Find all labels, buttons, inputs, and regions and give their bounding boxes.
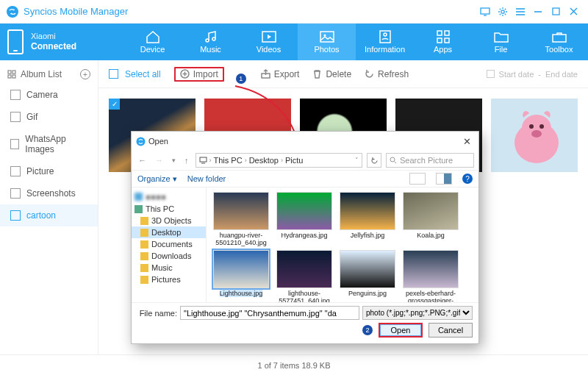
file-item[interactable]: pexels-eberhard-grossgasteiger-572897.jp… (401, 250, 461, 302)
folder-icon (10, 166, 21, 176)
chevron-down-icon[interactable]: ▾ (170, 157, 178, 164)
status-bar: 1 of 7 items 18.9 KB (0, 354, 588, 375)
svg-point-12 (212, 38, 215, 40)
export-button[interactable]: Export (261, 69, 300, 79)
maximize-button[interactable] (547, 3, 564, 21)
breadcrumb[interactable]: ›This PC ›Desktop ›Pictu ˅ (196, 153, 363, 168)
album-whatsapp[interactable]: WhatsApp Images (0, 128, 98, 160)
folder-icon (10, 210, 21, 221)
svg-point-0 (7, 6, 18, 18)
album-gif[interactable]: Gif (0, 106, 98, 128)
tree-item[interactable]: ∎∎∎∎ (132, 190, 206, 203)
file-name: Koala.jpg (417, 232, 445, 239)
view-mode-button[interactable] (409, 173, 426, 185)
app-logo-icon (6, 5, 19, 18)
svg-point-37 (137, 137, 146, 146)
album-label: cartoon (26, 210, 56, 221)
chevron-down-icon[interactable]: ˅ (355, 157, 359, 164)
tree-item[interactable]: Downloads (132, 250, 206, 262)
album-cartoon[interactable]: cartoon (0, 204, 98, 226)
tree-item[interactable]: 3D Objects (132, 215, 206, 226)
svg-rect-26 (12, 75, 15, 78)
svg-rect-24 (12, 71, 15, 74)
import-button[interactable]: Import (174, 67, 224, 82)
preview-pane-button[interactable] (436, 173, 452, 185)
checkbox-icon (109, 69, 118, 79)
svg-rect-8 (553, 8, 559, 15)
nav-information[interactable]: Information (356, 24, 414, 60)
up-button[interactable]: ↑ (182, 156, 191, 165)
file-item[interactable]: huangpu-river-5501210_640.jpg (211, 192, 271, 247)
tree-item[interactable]: This PC (132, 203, 206, 215)
file-item[interactable]: Hydrangeas.jpg (274, 192, 334, 247)
screen-icon[interactable] (476, 3, 494, 21)
nav-label: Apps (434, 45, 452, 54)
file-item[interactable]: Penguins.jpg (337, 250, 398, 302)
file-name: Jellyfish.jpg (351, 232, 385, 239)
search-icon (390, 157, 397, 164)
cancel-button[interactable]: Cancel (429, 323, 473, 338)
dialog-close-button[interactable]: ✕ (459, 136, 474, 147)
select-all-button[interactable]: Select all (109, 69, 161, 79)
file-item[interactable]: Jellyfish.jpg (337, 192, 398, 247)
album-picture[interactable]: Picture (0, 160, 98, 182)
album-camera[interactable]: Camera (0, 84, 98, 106)
nav-photos[interactable]: Photos (298, 24, 356, 60)
main-nav: Device Music Videos Photos Information A… (123, 24, 588, 60)
album-screenshots[interactable]: Screenshots (0, 182, 98, 204)
svg-point-36 (531, 130, 542, 138)
search-input[interactable]: Search Picture (386, 153, 474, 168)
folder-icon (140, 240, 148, 249)
organize-menu[interactable]: Organize ▾ (137, 174, 177, 184)
filetype-select[interactable]: photo (*.jpg;*.png;*.PNG;*.gif; (362, 306, 473, 320)
minimize-button[interactable] (529, 3, 547, 21)
file-item[interactable]: lighthouse-5577451_640.jpg (274, 250, 334, 302)
folder-icon (140, 252, 148, 260)
photo-thumb[interactable] (491, 99, 578, 172)
nav-device[interactable]: Device (123, 24, 182, 60)
nav-file[interactable]: File (472, 24, 530, 60)
svg-rect-38 (200, 157, 207, 162)
folder-tree: ∎∎∎∎This PC3D ObjectsDesktopDocumentsDow… (132, 188, 207, 302)
sync-icon (6, 5, 19, 18)
svg-rect-1 (481, 8, 490, 14)
refresh-icon (365, 69, 374, 79)
device-panel[interactable]: Xiaomi Connected (0, 24, 123, 60)
gear-icon[interactable] (494, 3, 512, 21)
dialog-titlebar[interactable]: Open ✕ (132, 132, 478, 151)
new-folder-button[interactable]: New folder (187, 174, 226, 183)
nav-toolbox[interactable]: Toolbox (530, 24, 588, 60)
tree-item[interactable]: Pictures (132, 274, 206, 285)
add-album-button[interactable]: + (80, 69, 90, 79)
tree-item[interactable]: Music (132, 262, 206, 274)
menu-icon[interactable] (512, 3, 529, 21)
tree-item[interactable]: Desktop (132, 226, 206, 238)
nav-apps[interactable]: Apps (414, 24, 472, 60)
close-button[interactable] (564, 3, 582, 21)
nav-videos[interactable]: Videos (240, 24, 298, 60)
tree-item[interactable]: Documents (132, 238, 206, 250)
back-button[interactable]: ← (136, 156, 148, 165)
crumb-item[interactable]: This PC (214, 156, 243, 165)
crumb-item[interactable]: Pictu (285, 156, 303, 165)
svg-point-17 (384, 33, 387, 36)
forward-button[interactable]: → (153, 156, 165, 165)
svg-line-41 (395, 162, 397, 164)
filename-input[interactable] (180, 306, 359, 320)
toolbar: Select all Import 1 Export Delete Refres… (98, 60, 588, 88)
refresh-button[interactable]: Refresh (365, 69, 409, 79)
refresh-button[interactable] (367, 153, 381, 168)
file-item[interactable]: Koala.jpg (401, 192, 461, 247)
svg-point-35 (539, 124, 544, 129)
crumb-item[interactable]: Desktop (249, 156, 279, 165)
album-list-title: Album List (21, 69, 62, 79)
open-button[interactable]: Open (379, 323, 423, 338)
date-range[interactable]: Start date-End date (487, 70, 578, 79)
help-icon[interactable]: ? (462, 174, 473, 184)
file-thumbnail (340, 250, 395, 288)
nav-music[interactable]: Music (182, 24, 240, 60)
file-item[interactable]: Lighthouse.jpg (211, 250, 271, 302)
file-thumbnail (276, 250, 332, 288)
nav-label: File (495, 45, 508, 54)
delete-button[interactable]: Delete (312, 69, 351, 79)
